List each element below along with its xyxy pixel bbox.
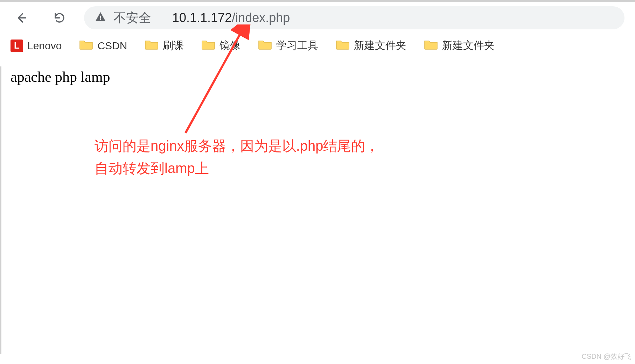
svg-rect-1: [100, 16, 101, 19]
not-secure-label: 不安全: [113, 9, 151, 27]
page-content-area: apache php lamp: [0, 58, 635, 96]
url-display: 10.1.1.172/index.php: [172, 10, 290, 25]
browser-toolbar: 不安全 10.1.1.172/index.php: [0, 2, 635, 34]
bookmark-label: 镜像: [219, 38, 240, 53]
bookmark-lenovo[interactable]: L Lenovo: [11, 40, 62, 52]
watermark: CSDN @效好飞: [581, 352, 631, 361]
bookmark-folder-xinjian2[interactable]: 新建文件夹: [424, 38, 495, 53]
folder-icon: [424, 39, 438, 52]
reload-button[interactable]: [49, 7, 70, 28]
back-button[interactable]: [11, 7, 32, 28]
annotation-text: 访问的是nginx服务器，因为是以.php结尾的， 自动转发到lamp上: [95, 135, 379, 179]
not-secure-icon: [95, 11, 106, 24]
bookmark-label: 新建文件夹: [442, 38, 495, 53]
bookmark-label: 刷课: [163, 38, 184, 53]
folder-icon: [145, 39, 159, 52]
url-path: /index.php: [232, 10, 290, 25]
bookmark-label: CSDN: [97, 40, 127, 52]
folder-icon: [79, 39, 93, 52]
folder-icon: [258, 39, 272, 52]
url-host: 10.1.1.172: [172, 10, 232, 25]
bookmarks-bar: L Lenovo CSDN 刷课 镜像 学习工具 新建文件夹 新建文: [0, 34, 635, 58]
window-left-border: [0, 66, 1, 354]
bookmark-folder-xuexigongju[interactable]: 学习工具: [258, 38, 318, 53]
address-bar[interactable]: 不安全 10.1.1.172/index.php: [84, 6, 624, 29]
bookmark-folder-xinjian1[interactable]: 新建文件夹: [336, 38, 406, 53]
bookmark-folder-jingxiang[interactable]: 镜像: [201, 38, 240, 53]
annotation-line-2: 自动转发到lamp上: [95, 157, 379, 179]
svg-rect-2: [100, 19, 101, 20]
bookmark-label: Lenovo: [27, 40, 62, 52]
folder-icon: [201, 39, 215, 52]
lenovo-icon: L: [11, 40, 23, 52]
bookmark-label: 学习工具: [276, 38, 318, 53]
annotation-line-1: 访问的是nginx服务器，因为是以.php结尾的，: [95, 135, 379, 157]
page-body-text: apache php lamp: [11, 69, 624, 85]
bookmark-folder-csdn[interactable]: CSDN: [79, 39, 127, 52]
bookmark-label: 新建文件夹: [354, 38, 406, 53]
folder-icon: [336, 39, 350, 52]
bookmark-folder-shuake[interactable]: 刷课: [145, 38, 184, 53]
